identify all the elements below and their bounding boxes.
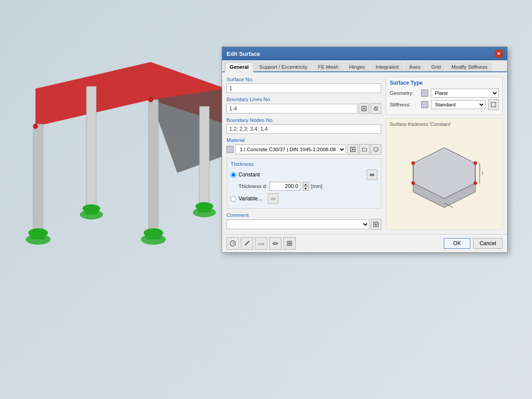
tab-general[interactable]: General bbox=[225, 62, 254, 72]
grid-btn[interactable] bbox=[283, 237, 296, 250]
thickness-title: Thickness bbox=[231, 161, 377, 167]
tab-bar: General Support / Eccentricity FE Mesh H… bbox=[222, 60, 507, 72]
tab-support-eccentricity[interactable]: Support / Eccentricity bbox=[254, 62, 313, 71]
material-row: 1 | Concrete C30/37 | DIN 1045-1:2008-08… bbox=[227, 144, 381, 155]
svg-point-11 bbox=[141, 234, 166, 245]
thickness-spinner: ▲ ▼ bbox=[303, 182, 309, 191]
stiffness-label: Stiffness: bbox=[390, 102, 419, 107]
edit-surface-dialog: Edit Surface × General Support / Eccentr… bbox=[222, 47, 508, 253]
stiffness-row: Stiffness: Standard bbox=[390, 99, 499, 110]
svg-rect-3 bbox=[149, 100, 158, 231]
preview-svg: t bbox=[391, 139, 497, 210]
help-btn[interactable]: ? bbox=[227, 237, 239, 250]
boundary-lines-label: Boundary Lines No. bbox=[227, 97, 381, 102]
svg-text:i: i bbox=[376, 148, 377, 151]
thickness-unit-label: [mm] bbox=[311, 184, 323, 189]
comment-label: Comment bbox=[227, 212, 381, 218]
thickness-constant-config-btn[interactable] bbox=[367, 169, 377, 180]
surface-no-label: Surface No. bbox=[227, 77, 381, 82]
svg-point-46 bbox=[473, 181, 477, 185]
close-button[interactable]: × bbox=[495, 50, 503, 58]
svg-rect-30 bbox=[370, 174, 374, 175]
material-group: Material 1 | Concrete C30/37 | DIN 1045-… bbox=[227, 137, 381, 155]
thickness-section: Thickness Constant Thickness d: ▲ ▼ [m bbox=[227, 158, 381, 209]
dialog-footer: ? 0.00 OK Cancel bbox=[222, 234, 507, 252]
tab-modify-stiffness[interactable]: Modify Stiffness bbox=[446, 62, 492, 71]
material-info-btn[interactable]: i bbox=[371, 144, 381, 155]
material-edit-btn[interactable] bbox=[348, 144, 358, 155]
dialog-title: Edit Surface bbox=[227, 51, 260, 57]
surface-type-box: Surface Type Geometry: Plane Stiffness: … bbox=[386, 77, 503, 115]
ok-button[interactable]: OK bbox=[444, 238, 470, 249]
tab-hinges[interactable]: Hinges bbox=[344, 62, 370, 71]
boundary-lines-clear-btn[interactable] bbox=[371, 103, 381, 114]
svg-rect-5 bbox=[200, 106, 209, 204]
comment-group: Comment bbox=[227, 212, 381, 230]
thickness-variable-row: Variable... bbox=[231, 193, 377, 204]
boundary-nodes-group: Boundary Nodes No. bbox=[227, 117, 381, 134]
svg-rect-2 bbox=[33, 124, 43, 231]
tab-axes[interactable]: Axes bbox=[404, 62, 426, 71]
svg-rect-4 bbox=[86, 86, 96, 206]
material-label: Material bbox=[227, 137, 381, 143]
svg-point-45 bbox=[473, 161, 477, 165]
comment-row bbox=[227, 219, 381, 230]
surface-no-group: Surface No. bbox=[227, 77, 381, 93]
thickness-variable-radio[interactable] bbox=[231, 196, 236, 202]
boundary-lines-group: Boundary Lines No. bbox=[227, 97, 381, 114]
thickness-constant-radio[interactable] bbox=[231, 172, 236, 178]
thickness-variable-label: Variable... bbox=[239, 196, 262, 202]
material-folder-btn[interactable] bbox=[359, 144, 370, 155]
svg-rect-59 bbox=[290, 244, 292, 246]
svg-marker-1 bbox=[151, 89, 226, 173]
left-panel: Surface No. Boundary Lines No. B bbox=[227, 77, 381, 230]
svg-text:t: t bbox=[482, 171, 483, 175]
edit-btn[interactable] bbox=[241, 237, 253, 250]
comment-btn[interactable] bbox=[371, 219, 381, 230]
svg-point-44 bbox=[411, 161, 415, 165]
svg-rect-37 bbox=[491, 102, 496, 107]
footer-toolbar: ? 0.00 bbox=[227, 237, 296, 250]
stiffness-info-btn[interactable] bbox=[488, 99, 499, 110]
surface-type-title: Surface Type bbox=[390, 80, 499, 86]
svg-point-8 bbox=[26, 234, 51, 245]
dialog-body: Surface No. Boundary Lines No. B bbox=[222, 72, 507, 234]
thickness-spin-up[interactable]: ▲ bbox=[303, 182, 309, 186]
svg-point-19 bbox=[149, 98, 153, 102]
geometry-select[interactable]: Plane bbox=[431, 89, 499, 98]
boundary-lines-select-btn[interactable] bbox=[359, 103, 369, 114]
thickness-variable-config-btn[interactable] bbox=[268, 193, 278, 204]
surface-no-input[interactable] bbox=[227, 83, 381, 93]
tab-grid[interactable]: Grid bbox=[426, 62, 446, 71]
svg-rect-56 bbox=[287, 241, 289, 243]
svg-text:?: ? bbox=[232, 242, 235, 246]
tab-fe-mesh[interactable]: FE Mesh bbox=[313, 62, 343, 71]
boundary-nodes-input[interactable] bbox=[227, 124, 381, 134]
stiffness-color-swatch bbox=[421, 101, 428, 108]
stiffness-select[interactable]: Standard bbox=[431, 100, 485, 109]
comment-select[interactable] bbox=[227, 219, 369, 229]
cancel-button[interactable]: Cancel bbox=[473, 238, 503, 249]
thickness-spin-down[interactable]: ▼ bbox=[303, 186, 309, 191]
geometry-row: Geometry: Plane bbox=[390, 89, 499, 98]
dialog-title-bar: Edit Surface × bbox=[222, 47, 507, 60]
view-btn[interactable] bbox=[269, 237, 282, 250]
svg-point-17 bbox=[193, 207, 216, 217]
thickness-value-input[interactable] bbox=[270, 182, 301, 191]
svg-line-24 bbox=[375, 108, 377, 110]
svg-rect-58 bbox=[287, 244, 289, 246]
svg-point-47 bbox=[411, 181, 415, 185]
svg-rect-31 bbox=[370, 175, 374, 176]
svg-rect-57 bbox=[290, 241, 292, 243]
svg-rect-32 bbox=[271, 198, 275, 199]
svg-rect-33 bbox=[271, 199, 275, 200]
geometry-color-swatch bbox=[421, 90, 428, 97]
footer-actions: OK Cancel bbox=[444, 238, 503, 249]
value-btn[interactable]: 0.00 bbox=[255, 237, 267, 250]
boundary-lines-input[interactable] bbox=[227, 104, 357, 113]
thickness-constant-label: Constant bbox=[239, 172, 260, 178]
svg-text:0.00: 0.00 bbox=[258, 243, 264, 246]
geometry-label: Geometry: bbox=[390, 90, 419, 96]
tab-integrated[interactable]: Integrated bbox=[371, 62, 403, 71]
material-select[interactable]: 1 | Concrete C30/37 | DIN 1045-1:2008-08 bbox=[235, 145, 346, 154]
